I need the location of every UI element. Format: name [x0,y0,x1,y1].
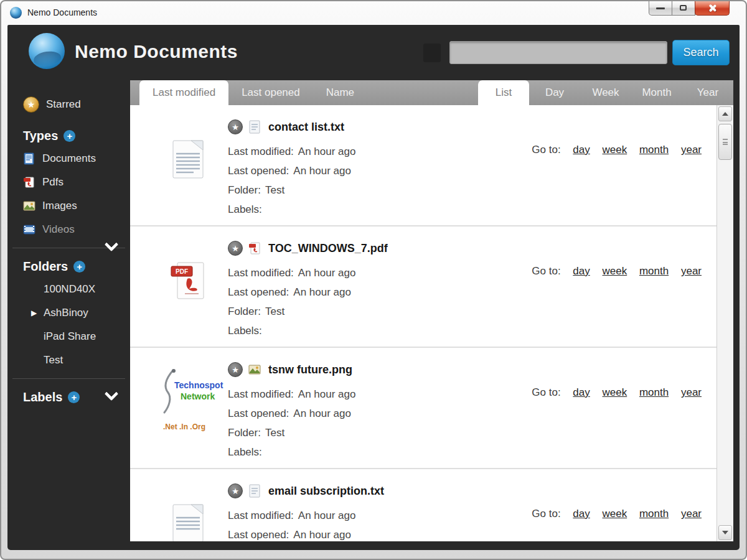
file-rows: ★ contact list.txt Last modified:An hour… [130,105,716,541]
add-label-button[interactable]: + [68,391,80,403]
svg-text:PDF: PDF [176,268,188,275]
types-expand-chevron-down-icon[interactable] [103,238,124,254]
star-glyph: ★ [27,100,35,109]
sidebar-item-label: Videos [42,223,75,236]
field-last-modified: Last modified:An hour ago [228,142,355,161]
goto-month-link[interactable]: month [639,508,669,520]
tab-day[interactable]: Day [529,80,580,105]
goto-month-link[interactable]: month [639,386,669,398]
goto-links: Go to: day week month year [532,386,702,399]
sidebar-item-starred[interactable]: ★ Starred [7,91,130,118]
goto-links: Go to: day week month year [532,508,702,520]
file-info: ★ tsnw future.png Last modifi [228,360,355,462]
image-icon [23,200,35,212]
goto-year-link[interactable]: year [681,144,702,156]
star-glyph: ★ [232,123,239,131]
tab-last-modified[interactable]: Last modified [139,80,228,105]
file-row-contact-list[interactable]: ★ contact list.txt Last modified:An hour… [130,105,716,226]
file-info: ★ TOC_WINDOWS_7.pdf Last modi [228,239,388,340]
sidebar-item-pdfs[interactable]: Pdfs [7,170,130,194]
types-section-header: Types + [7,125,130,147]
field-last-opened: Last opened:An hour ago [228,525,384,541]
thumb-text-1: Technospot [174,380,223,390]
tab-bar: Last modified Last opened Name List Day … [130,80,733,105]
search-button[interactable]: Search [672,40,730,65]
folder-label: iPad Share [44,330,96,343]
goto-week-link[interactable]: week [603,144,627,156]
goto-links: Go to: day week month year [532,265,702,278]
starred-star-icon: ★ [23,96,39,113]
vertical-scrollbar[interactable] [716,105,733,541]
file-row-tsnw-future[interactable]: Technospot Network .Net .In .Org ★ [130,348,716,469]
arrow-down-icon [722,531,728,534]
scroll-down-button[interactable] [718,525,732,540]
field-labels: Labels: [228,442,355,462]
scroll-up-button[interactable] [718,106,732,121]
search-options-icon[interactable] [423,44,441,62]
sidebar-item-documents[interactable]: Documents [7,147,130,170]
goto-week-link[interactable]: week [603,508,627,520]
sidebar-folder-100nd40x[interactable]: 100ND40X [7,278,130,301]
folders-title: Folders [23,259,68,274]
add-type-button[interactable]: + [63,130,75,142]
types-title: Types [23,129,58,143]
image-file-icon [248,363,261,376]
tab-year[interactable]: Year [682,80,733,105]
field-labels: Labels: [228,321,388,340]
plus-icon: + [67,131,72,141]
goto-year-link[interactable]: year [681,386,702,398]
field-last-modified: Last modified:An hour ago [228,385,355,404]
star-toggle-button[interactable]: ★ [228,362,243,377]
expand-arrow-icon[interactable]: ▶ [31,309,37,317]
goto-day-link[interactable]: day [573,265,590,277]
file-name: tsnw future.png [268,363,352,376]
file-row-email-subscription[interactable]: ★ email subscription.txt Last modified:A… [130,469,716,541]
close-button[interactable] [695,1,730,16]
search-input[interactable] [449,41,667,64]
sidebar-item-images[interactable]: Images [7,194,130,218]
scrollbar-thumb[interactable] [718,124,732,160]
file-row-toc-windows-7[interactable]: PDF ★ [130,226,716,348]
tab-name[interactable]: Name [313,80,367,105]
star-toggle-button[interactable]: ★ [228,241,243,256]
field-folder: Folder:Test [228,180,355,200]
pdf-file-large-icon: PDF [170,261,206,301]
starred-label: Starred [46,98,81,111]
sidebar-folder-test[interactable]: Test [7,348,130,372]
goto-week-link[interactable]: week [603,265,627,277]
goto-week-link[interactable]: week [603,386,627,398]
star-toggle-button[interactable]: ★ [228,119,243,134]
star-glyph: ★ [232,245,239,253]
pdf-icon [23,176,35,189]
labels-title: Labels [23,390,62,404]
thumb-text-2: Network [181,391,215,401]
add-folder-button[interactable]: + [73,261,85,273]
goto-links: Go to: day week month year [532,144,702,156]
tab-week[interactable]: Week [580,80,631,105]
goto-year-link[interactable]: year [681,508,702,520]
tab-last-opened[interactable]: Last opened [228,80,313,105]
sidebar-item-label: Images [42,200,77,212]
sidebar-folder-ashbinoy[interactable]: ▶ AshBinoy [7,301,130,325]
folders-section-header: Folders + [7,256,130,278]
plus-icon: + [77,262,82,271]
tab-month[interactable]: Month [631,80,682,105]
folders-expand-chevron-down-icon[interactable] [103,388,124,404]
nemo-logo-icon [29,33,65,69]
goto-month-link[interactable]: month [639,265,669,277]
minimize-button[interactable] [649,1,672,16]
minimize-icon [656,7,665,9]
content-area: Last modified Last opened Name List Day … [130,80,733,541]
file-info: ★ email subscription.txt Last modified:A… [228,482,384,541]
goto-day-link[interactable]: day [573,386,590,398]
goto-day-link[interactable]: day [573,144,590,156]
tab-list[interactable]: List [478,80,529,105]
titlebar[interactable]: Nemo Documents [1,1,746,24]
goto-day-link[interactable]: day [573,508,590,520]
goto-year-link[interactable]: year [681,265,702,277]
star-toggle-button[interactable]: ★ [228,483,243,498]
sort-tabs: Last modified Last opened Name [139,80,367,105]
maximize-button[interactable] [672,1,695,16]
goto-month-link[interactable]: month [639,144,669,156]
sidebar-folder-ipad-share[interactable]: iPad Share [7,325,130,348]
